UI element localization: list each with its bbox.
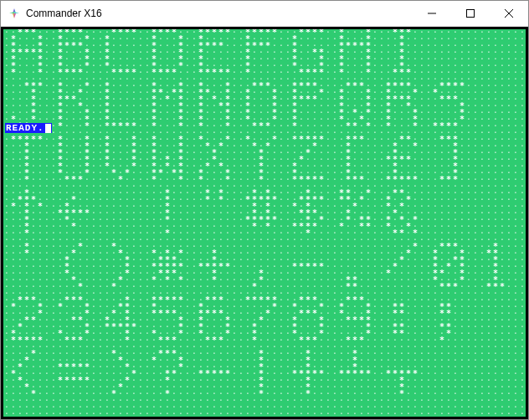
svg-rect-1 [467, 10, 475, 18]
window-title: Commander X16 [26, 8, 102, 19]
text-cursor [45, 124, 51, 133]
minimize-button[interactable] [413, 1, 451, 26]
close-button[interactable] [490, 1, 528, 26]
prompt-text: READY. [6, 123, 44, 133]
app-logo-icon [8, 7, 21, 20]
ready-prompt: READY. [5, 123, 52, 133]
charset-bitmap-grid [3, 29, 526, 417]
titlebar[interactable]: Commander X16 [1, 1, 528, 27]
maximize-button[interactable] [451, 1, 490, 26]
emulator-screen[interactable]: READY. [3, 29, 526, 417]
client-area: READY. [1, 27, 528, 419]
application-window: Commander X16 READY. [0, 0, 529, 420]
